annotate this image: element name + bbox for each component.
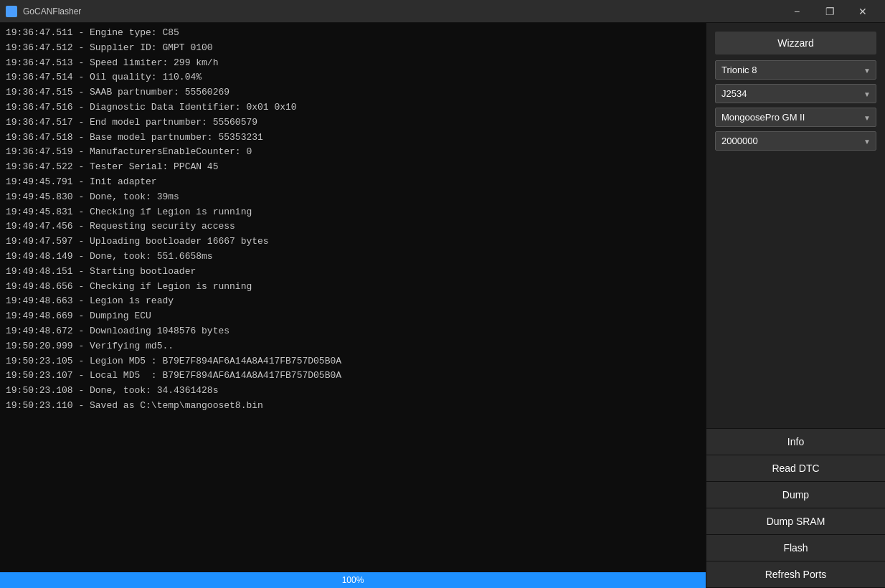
log-line: 19:36:47.513 - Speed limiter: 299 km/h [6, 56, 700, 71]
flash-button[interactable]: Flash [706, 535, 885, 561]
log-line: 19:36:47.511 - Engine type: C85 [6, 26, 700, 41]
log-output[interactable]: 19:36:47.511 - Engine type: C8519:36:47.… [0, 23, 706, 572]
protocol-dropdown[interactable]: J2534 KWP2000 CAN [715, 84, 876, 103]
log-line: 19:49:48.663 - Legion is ready [6, 294, 700, 309]
info-button[interactable]: Info [706, 429, 885, 455]
log-line: 19:36:47.522 - Tester Serial: PPCAN 45 [6, 160, 700, 175]
close-button[interactable]: ✕ [846, 0, 879, 23]
sidebar-buttons: Info Read DTC Dump Dump SRAM Flash Refre… [706, 428, 885, 588]
baudrate-dropdown[interactable]: 2000000 1000000 500000 [715, 131, 876, 151]
log-line: 19:36:47.518 - Base model partnumber: 55… [6, 131, 700, 146]
log-line: 19:36:47.516 - Diagnostic Data Identifie… [6, 100, 700, 115]
log-line: 19:49:48.672 - Downloading 1048576 bytes [6, 324, 700, 339]
wizard-button[interactable]: Wizzard [715, 32, 876, 54]
log-line: 19:49:47.597 - Uploading bootloader 1666… [6, 234, 700, 250]
log-line: 19:49:48.149 - Done, took: 551.6658ms [6, 250, 700, 265]
log-line: 19:49:48.151 - Starting bootloader [6, 265, 700, 280]
maximize-button[interactable]: ❐ [813, 0, 846, 23]
sidebar-top: Wizzard Trionic 8 Trionic 7 Trionic 5 J2… [706, 23, 885, 159]
log-line: 19:49:48.669 - Dumping ECU [6, 309, 700, 324]
dropdown-container: Trionic 8 Trionic 7 Trionic 5 J2534 KWP2… [715, 60, 876, 151]
ecu-type-dropdown[interactable]: Trionic 8 Trionic 7 Trionic 5 [715, 60, 876, 80]
log-line: 19:50:20.999 - Verifying md5.. [6, 339, 700, 354]
sidebar: Wizzard Trionic 8 Trionic 7 Trionic 5 J2… [706, 23, 885, 588]
adapter-wrapper: MongoosePro GM II MongoosePro J2534 Gene… [715, 108, 876, 127]
adapter-dropdown[interactable]: MongoosePro GM II MongoosePro J2534 Gene… [715, 108, 876, 127]
log-line: 19:49:45.830 - Done, took: 39ms [6, 190, 700, 205]
window-controls: − ❐ ✕ [780, 0, 879, 23]
log-line: 19:49:45.831 - Checking if Legion is run… [6, 205, 700, 220]
app-icon [6, 6, 17, 17]
titlebar-left: GoCANFlasher [6, 6, 81, 17]
log-line: 19:49:45.791 - Init adapter [6, 175, 700, 190]
read-dtc-button[interactable]: Read DTC [706, 455, 885, 482]
svg-point-1 [10, 10, 13, 13]
refresh-ports-button[interactable]: Refresh Ports [706, 561, 885, 588]
titlebar: GoCANFlasher − ❐ ✕ [0, 0, 885, 23]
log-line: 19:50:23.108 - Done, took: 34.4361428s [6, 384, 700, 399]
sidebar-spacer [706, 159, 885, 428]
dump-button[interactable]: Dump [706, 482, 885, 508]
log-line: 19:49:47.456 - Requesting security acces… [6, 219, 700, 234]
minimize-button[interactable]: − [780, 0, 813, 23]
app-title: GoCANFlasher [23, 6, 81, 16]
log-line: 19:50:23.105 - Legion MD5 : B79E7F894AF6… [6, 354, 700, 369]
baudrate-wrapper: 2000000 1000000 500000 [715, 131, 876, 151]
progress-bar-container: 100% [0, 572, 706, 588]
log-line: 19:50:23.110 - Saved as C:\temp\mangoose… [6, 399, 700, 414]
dump-sram-button[interactable]: Dump SRAM [706, 508, 885, 535]
log-line: 19:36:47.519 - ManufacturersEnableCounte… [6, 145, 700, 160]
progress-label: 100% [342, 575, 364, 585]
log-line: 19:49:48.656 - Checking if Legion is run… [6, 280, 700, 295]
log-area: 19:36:47.511 - Engine type: C8519:36:47.… [0, 23, 706, 588]
ecu-type-wrapper: Trionic 8 Trionic 7 Trionic 5 [715, 60, 876, 80]
main-container: 19:36:47.511 - Engine type: C8519:36:47.… [0, 23, 885, 588]
log-line: 19:36:47.512 - Supplier ID: GMPT 0100 [6, 41, 700, 56]
protocol-wrapper: J2534 KWP2000 CAN [715, 84, 876, 103]
log-line: 19:36:47.514 - Oil quality: 110.04% [6, 70, 700, 85]
log-line: 19:50:23.107 - Local MD5 : B79E7F894AF6A… [6, 369, 700, 384]
log-line: 19:36:47.515 - SAAB partnumber: 55560269 [6, 85, 700, 100]
log-line: 19:36:47.517 - End model partnumber: 555… [6, 115, 700, 131]
